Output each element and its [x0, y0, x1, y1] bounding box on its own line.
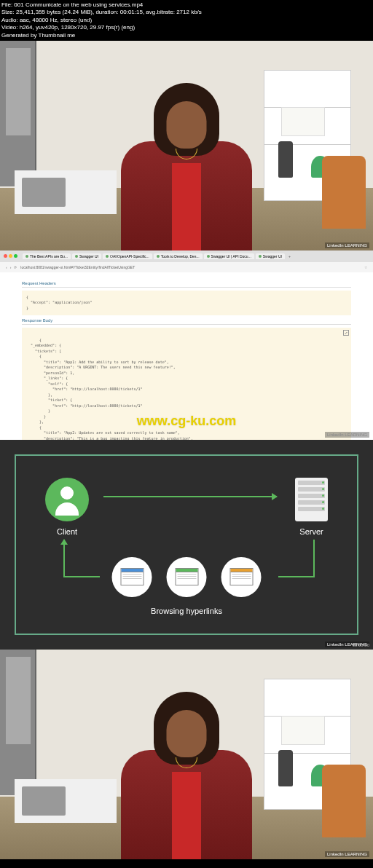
chair: [322, 765, 366, 837]
video-info: Video: h264, yuv420p, 1280x720, 29.97 fp…: [1, 24, 372, 31]
linkedin-badge: LinkedIn LEARNING: [325, 432, 369, 438]
user-icon: [45, 478, 89, 521]
response-body-code: { "_embedded": { "tickets": [ { "title":…: [22, 328, 351, 457]
browser-icon: [167, 557, 207, 597]
thumbnail-frame-2: The Best APIs are Bu... Swagger UI OAI/O…: [0, 250, 373, 440]
linkedin-badge: LinkedIn LEARNING: [325, 242, 369, 248]
presenter: [121, 684, 252, 859]
maximize-icon[interactable]: [14, 254, 17, 258]
close-icon[interactable]: [4, 254, 7, 258]
thumbnail-frame-4: LinkedIn LEARNING: [0, 650, 373, 859]
browser-tab[interactable]: The Best APIs are Bu...: [23, 253, 71, 259]
browser-icon: [221, 557, 262, 597]
server-icon: [295, 478, 328, 521]
request-headers-code: { "Accept": "application/json" }: [22, 291, 351, 316]
watermark: www.cg-ku.com: [137, 414, 236, 429]
diagram-border: Client Server Browsing hyperlinks: [15, 454, 358, 635]
coffee-pot: [278, 141, 293, 178]
presenter: [121, 76, 252, 250]
file-info: File: 001 Communicate on the web using s…: [1, 1, 372, 9]
size-info: Size: 25,411,355 bytes (24.24 MiB), dura…: [1, 9, 372, 16]
request-headers-label: Request Headers: [22, 281, 351, 288]
bookmark-icon[interactable]: ☆: [364, 265, 367, 269]
browsing-label: Browsing hyperlinks: [151, 607, 222, 615]
browser-icon: [112, 557, 152, 597]
whiteboard: [281, 716, 325, 745]
browser-tab-bar: The Best APIs are Bu... Swagger UI OAI/O…: [0, 250, 373, 262]
expand-icon[interactable]: ⤢: [343, 330, 349, 336]
new-tab-button[interactable]: +: [286, 254, 293, 259]
client-node: Client: [45, 478, 89, 536]
minimize-icon[interactable]: [9, 254, 12, 258]
arrow-right-icon: [103, 496, 277, 497]
coffee-pot: [278, 750, 293, 786]
browser-tab[interactable]: Swagger UI: [256, 253, 285, 259]
url-text[interactable]: localhost:8081/swagger-ui.html#!/Ticket3…: [20, 265, 361, 269]
arrow-up-icon: [63, 540, 65, 576]
linkedin-badge: LinkedIn LEARNING: [325, 642, 369, 647]
traffic-lights: [4, 254, 17, 258]
browser-tab[interactable]: Swagger UI | API Docu...: [204, 253, 254, 259]
door: [0, 650, 36, 795]
browser-tab[interactable]: Swagger UI: [72, 253, 101, 259]
server-node: Server: [295, 478, 328, 536]
server-label: Server: [295, 527, 328, 536]
metadata-header: File: 001 Communicate on the web using s…: [0, 0, 373, 41]
thumbnail-frame-1: LinkedIn LEARNING: [0, 41, 373, 250]
browser-row: [112, 557, 262, 597]
whiteboard: [281, 107, 325, 136]
generator-info: Generated by Thumbnail me: [1, 32, 372, 39]
audio-info: Audio: aac, 48000 Hz, stereo (und): [1, 17, 372, 24]
chair: [322, 156, 366, 229]
thumbnail-frame-3: Client Server Browsing hyperlinks 00:00:…: [0, 440, 373, 650]
client-label: Client: [45, 527, 89, 536]
arrow-down-icon: [313, 540, 315, 576]
browser-tab[interactable]: OAI/OpenAPI-Specific...: [103, 253, 152, 259]
address-bar[interactable]: ‹ › ⟳ localhost:8081/swagger-ui.html#!/T…: [0, 262, 373, 272]
laptop-icon: [22, 178, 66, 207]
linkedin-badge: LinkedIn LEARNING: [325, 851, 369, 857]
back-icon[interactable]: ‹: [6, 265, 7, 269]
response-body-label: Response Body: [22, 318, 351, 325]
browser-tab[interactable]: Tools to Develop, Des...: [154, 253, 203, 259]
forward-icon[interactable]: ›: [10, 265, 12, 269]
door: [0, 41, 36, 186]
laptop-icon: [22, 786, 66, 816]
reload-icon[interactable]: ⟳: [14, 265, 17, 269]
